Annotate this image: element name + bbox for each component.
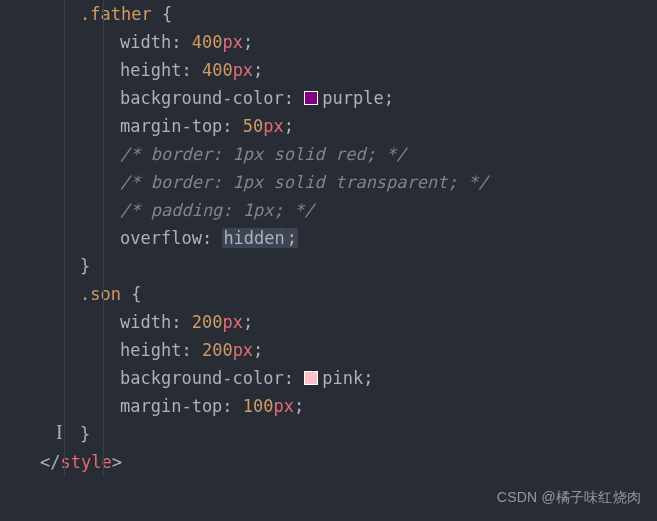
css-unit: px — [222, 32, 242, 52]
code-line: </style> — [40, 448, 657, 476]
css-property: height — [120, 340, 181, 360]
code-line: width: 400px; — [40, 28, 657, 56]
code-line: /* border: 1px solid red; */ — [40, 140, 657, 168]
color-swatch-icon — [304, 91, 318, 105]
css-property: width — [120, 32, 171, 52]
code-line: /* padding: 1px; */ — [40, 196, 657, 224]
css-number: 100 — [243, 396, 274, 416]
css-number: 200 — [202, 340, 233, 360]
css-unit: px — [233, 340, 253, 360]
code-line: /* border: 1px solid transparent; */ — [40, 168, 657, 196]
css-selector: .son — [80, 284, 121, 304]
css-unit: px — [274, 396, 294, 416]
css-unit: px — [233, 60, 253, 80]
brace: } — [80, 256, 90, 276]
css-number: 400 — [192, 32, 223, 52]
css-value: pink — [322, 368, 363, 388]
code-line: .father { — [40, 0, 657, 28]
css-property: width — [120, 312, 171, 332]
code-line: .son { — [40, 280, 657, 308]
code-line: height: 200px; — [40, 336, 657, 364]
css-number: 400 — [202, 60, 233, 80]
css-comment: /* border: 1px solid red; */ — [120, 144, 407, 164]
code-line: width: 200px; — [40, 308, 657, 336]
css-comment: /* padding: 1px; */ — [120, 200, 314, 220]
brace: { — [121, 284, 141, 304]
css-property: height — [120, 60, 181, 80]
text-cursor-icon: I — [56, 418, 63, 446]
code-line: } — [40, 420, 657, 448]
watermark: CSDN @橘子味红烧肉 — [497, 483, 641, 511]
css-comment: /* border: 1px solid transparent; */ — [120, 172, 488, 192]
css-number: 50 — [243, 116, 263, 136]
code-line: margin-top: 100px; — [40, 392, 657, 420]
code-line: } — [40, 252, 657, 280]
brace: { — [152, 4, 172, 24]
css-value: purple — [322, 88, 383, 108]
css-number: 200 — [192, 312, 223, 332]
css-property: background-color — [120, 368, 284, 388]
code-line: background-color: purple; — [40, 84, 657, 112]
css-unit: px — [263, 116, 283, 136]
code-line: overflow: hidden; — [40, 224, 657, 252]
code-line: margin-top: 50px; — [40, 112, 657, 140]
indent-guide — [103, 0, 104, 476]
color-swatch-icon — [304, 371, 318, 385]
css-selector: .father — [80, 4, 152, 24]
css-property: margin-top — [120, 396, 222, 416]
brace: } — [80, 424, 90, 444]
code-line: height: 400px; — [40, 56, 657, 84]
css-property: margin-top — [120, 116, 222, 136]
css-property: background-color — [120, 88, 284, 108]
css-unit: px — [222, 312, 242, 332]
indent-guide — [64, 0, 65, 476]
css-property: overflow — [120, 228, 202, 248]
css-value-highlight: hidden — [222, 228, 285, 248]
code-editor[interactable]: .father { width: 400px; height: 400px; b… — [0, 0, 657, 476]
code-line: background-color: pink; — [40, 364, 657, 392]
